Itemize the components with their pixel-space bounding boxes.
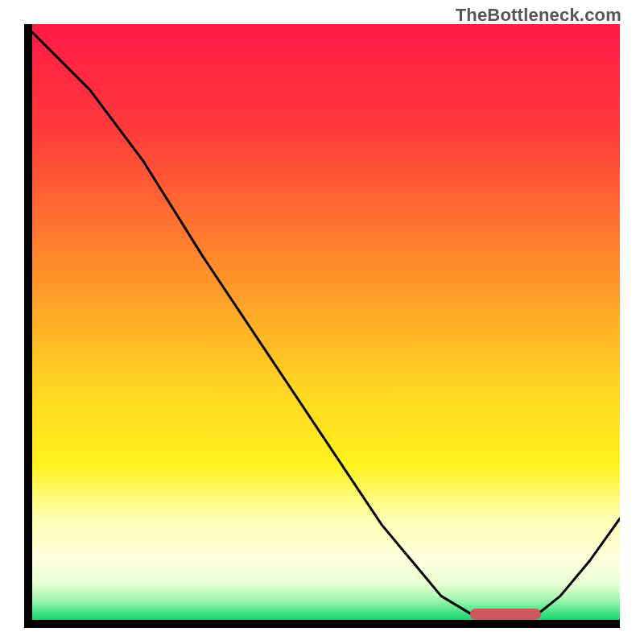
y-axis — [24, 24, 32, 620]
watermark-label: TheBottleneck.com — [456, 5, 621, 26]
x-axis — [24, 620, 620, 628]
optimal-range-marker — [470, 609, 541, 620]
plot-area — [24, 24, 620, 620]
bottleneck-curve — [24, 24, 620, 620]
chart-frame: TheBottleneck.com — [0, 0, 644, 644]
